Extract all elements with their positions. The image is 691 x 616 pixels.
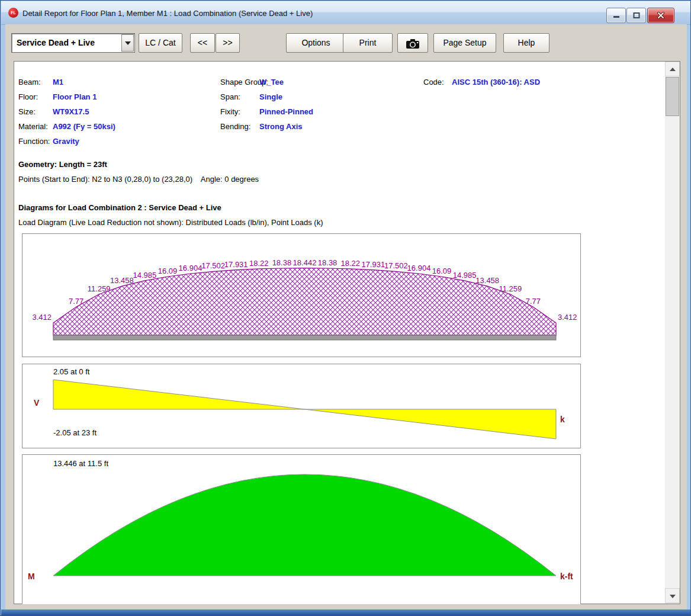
page-setup-button[interactable]: Page Setup bbox=[433, 33, 496, 53]
load-value-label: 18.442 bbox=[293, 258, 317, 267]
arrow-down-icon bbox=[670, 595, 676, 598]
fixity-value: Pinned-Pinned bbox=[259, 107, 313, 116]
next-button[interactable]: >> bbox=[216, 33, 240, 53]
info-label: Size: bbox=[18, 107, 36, 116]
function-value: Gravity bbox=[53, 137, 79, 146]
info-label: Fixity: bbox=[220, 107, 240, 116]
load-value-label: 17.931 bbox=[361, 260, 385, 269]
maximize-button[interactable] bbox=[626, 8, 646, 23]
load-value-label: 13.458 bbox=[110, 276, 134, 285]
load-value-label: 7.77 bbox=[69, 297, 83, 306]
load-value-label: 18.22 bbox=[340, 259, 360, 268]
load-value-label: 14.985 bbox=[133, 271, 157, 280]
diagrams-heading: Diagrams for Load Combination 2 : Servic… bbox=[18, 203, 221, 212]
floor-value: Floor Plan 1 bbox=[53, 92, 97, 101]
shear-units-label: k bbox=[560, 415, 565, 424]
info-label: Function: bbox=[18, 137, 50, 146]
help-button[interactable]: Help bbox=[503, 33, 549, 53]
code-value: AISC 15th (360-16): ASD bbox=[452, 78, 540, 86]
load-value-label: 16.904 bbox=[407, 264, 431, 272]
load-value-label: 14.985 bbox=[453, 271, 477, 280]
minimize-button[interactable] bbox=[606, 8, 626, 23]
load-value-label: 16.904 bbox=[179, 264, 203, 272]
window-bottom-border bbox=[1, 609, 690, 616]
shear-axis-label: V bbox=[34, 398, 40, 408]
moment-diagram-box: 13.446 at 11.5 ftMk-ft bbox=[22, 454, 581, 604]
app-icon: FL bbox=[8, 8, 18, 18]
load-value-label: 16.09 bbox=[158, 267, 178, 275]
shear-max-annotation: 2.05 at 0 ft bbox=[53, 367, 90, 376]
load-value-label: 3.412 bbox=[32, 313, 52, 322]
shear-positive-area bbox=[53, 380, 305, 409]
previous-button[interactable]: << bbox=[190, 33, 215, 53]
maximize-icon bbox=[633, 12, 640, 19]
scrollbar-thumb[interactable] bbox=[666, 77, 679, 116]
load-diagram-caption: Load Diagram (Live Load Reduction not sh… bbox=[18, 218, 323, 227]
load-value-label: 17.931 bbox=[224, 260, 248, 269]
load-value-label: 18.38 bbox=[272, 258, 292, 267]
vertical-scrollbar[interactable] bbox=[665, 62, 680, 604]
info-label: Code: bbox=[423, 78, 444, 86]
options-button[interactable]: Options bbox=[286, 33, 346, 53]
moment-peak-annotation: 13.446 at 11.5 ft bbox=[53, 459, 108, 468]
geometry-points: Points (Start to End): N2 to N3 (0,28,0)… bbox=[18, 175, 259, 184]
moment-units-label: k-ft bbox=[560, 572, 573, 581]
detail-report-window: FL Detail Report for Floor Plan 1, Membe… bbox=[0, 0, 691, 616]
load-value-label: 17.502 bbox=[201, 261, 225, 270]
load-value-label: 13.458 bbox=[475, 276, 499, 285]
lc-cat-button[interactable]: LC / Cat bbox=[139, 33, 182, 53]
minimize-icon bbox=[613, 12, 620, 18]
info-label: Floor: bbox=[18, 92, 38, 101]
load-value-label: 11.259 bbox=[88, 284, 111, 293]
load-combination-dropdown[interactable]: Service Dead + Live bbox=[11, 33, 135, 53]
load-value-label: 7.77 bbox=[526, 297, 541, 306]
camera-icon bbox=[406, 38, 420, 49]
load-value-label: 11.259 bbox=[499, 284, 522, 293]
moment-area bbox=[53, 474, 556, 576]
dropdown-arrow-icon[interactable] bbox=[121, 34, 134, 52]
load-value-label: 18.38 bbox=[318, 258, 338, 267]
load-diagram-box: 3.4127.7711.25913.45814.98516.0916.90417… bbox=[22, 233, 581, 357]
snapshot-button[interactable] bbox=[397, 33, 428, 53]
material-value: A992 (Fy = 50ksi) bbox=[53, 122, 115, 131]
dropdown-value: Service Dead + Live bbox=[17, 38, 95, 47]
shear-diagram-svg: 2.05 at 0 ft-2.05 at 23 ftVk bbox=[23, 364, 580, 448]
moment-diagram-svg: 13.446 at 11.5 ftMk-ft bbox=[23, 455, 580, 604]
app-icon-letters: FL bbox=[11, 11, 16, 15]
moment-axis-label: M bbox=[28, 572, 35, 581]
shear-negative-area bbox=[305, 409, 557, 439]
load-value-label: 17.502 bbox=[384, 261, 408, 270]
info-label: Span: bbox=[220, 92, 240, 101]
scroll-down-button[interactable] bbox=[665, 588, 680, 603]
load-value-label: 3.412 bbox=[558, 313, 577, 322]
shear-min-annotation: -2.05 at 23 ft bbox=[53, 428, 97, 437]
shear-diagram-box: 2.05 at 0 ft-2.05 at 23 ftVk bbox=[22, 364, 581, 448]
load-diagram-svg: 3.4127.7711.25913.45814.98516.0916.90417… bbox=[23, 234, 580, 357]
info-label: Bending: bbox=[220, 122, 250, 131]
print-button[interactable]: Print bbox=[343, 33, 393, 53]
bending-value: Strong Axis bbox=[259, 122, 302, 131]
arrow-up-icon bbox=[670, 68, 676, 71]
close-button[interactable] bbox=[647, 8, 674, 23]
scroll-up-button[interactable] bbox=[665, 62, 680, 76]
close-icon bbox=[657, 12, 665, 19]
beam-bar bbox=[53, 335, 556, 340]
window-title: Detail Report for Floor Plan 1, Member M… bbox=[23, 9, 313, 18]
info-label: Beam: bbox=[18, 78, 41, 86]
info-label: Material: bbox=[18, 122, 48, 131]
size-value: WT9X17.5 bbox=[53, 107, 89, 116]
shape-group-value: W_Tee bbox=[259, 78, 284, 86]
beam-value: M1 bbox=[53, 78, 63, 86]
geometry-heading: Geometry: Length = 23ft bbox=[18, 160, 107, 169]
load-value-label: 16.09 bbox=[432, 267, 452, 275]
span-value: Single bbox=[259, 92, 282, 101]
load-value-label: 18.22 bbox=[249, 259, 269, 268]
